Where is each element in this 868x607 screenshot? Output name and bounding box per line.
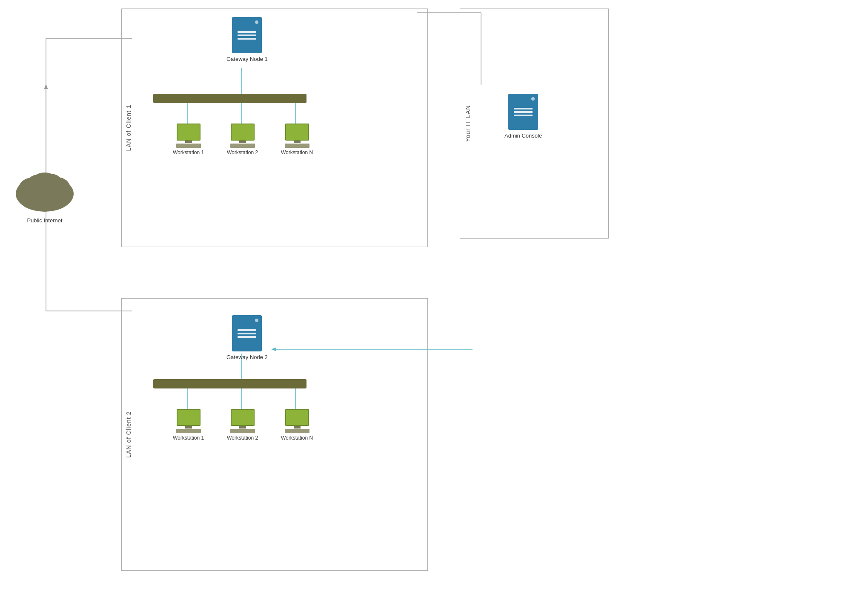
admin-console-body [508, 94, 538, 130]
ws2-lan2-icon: Workstation 2 [227, 409, 258, 441]
lan-client1-box: LAN of Client 1 [121, 9, 428, 247]
switch-bar-lan2 [153, 379, 307, 388]
it-lan-label: Your IT LAN [464, 105, 471, 142]
ws2-lan1-label: Workstation 2 [227, 150, 258, 155]
admin-console-icon: Admin Console [504, 94, 542, 139]
wsN-lan2-label: Workstation N [281, 435, 313, 441]
ws1-lan2-icon: Workstation 1 [173, 409, 204, 441]
wsN-lan1-label: Workstation N [281, 150, 313, 155]
ws2-lan2-label: Workstation 2 [227, 435, 258, 441]
gateway-node1-icon: Gateway Node 1 [226, 17, 268, 62]
ws1-lan1-label: Workstation 1 [173, 150, 204, 155]
gateway-node1-body [232, 17, 262, 53]
lan-client2-label: LAN of Client 2 [125, 411, 132, 457]
ws1-lan2-label: Workstation 1 [173, 435, 204, 441]
wsN-lan1-icon: Workstation N [281, 124, 313, 155]
lan-client1-label: LAN of Client 1 [125, 104, 132, 151]
gateway-node1-label: Gateway Node 1 [226, 56, 268, 62]
gateway-node2-body [232, 315, 262, 351]
wsN-lan2-icon: Workstation N [281, 409, 313, 441]
public-internet-cloud [9, 162, 81, 213]
diagram-area: LAN of Client 1 LAN of Client 2 Your IT … [0, 0, 868, 607]
admin-console-label: Admin Console [504, 132, 542, 139]
switch-bar-lan1 [153, 94, 307, 103]
gateway-node2-icon: Gateway Node 2 [226, 315, 268, 360]
ws1-lan1-icon: Workstation 1 [173, 124, 204, 155]
ws2-lan1-icon: Workstation 2 [227, 124, 258, 155]
svg-point-22 [40, 174, 62, 193]
gateway-node2-label: Gateway Node 2 [226, 354, 268, 360]
lan-client2-box: LAN of Client 2 [121, 298, 428, 571]
public-internet-label: Public Internet [9, 217, 81, 224]
